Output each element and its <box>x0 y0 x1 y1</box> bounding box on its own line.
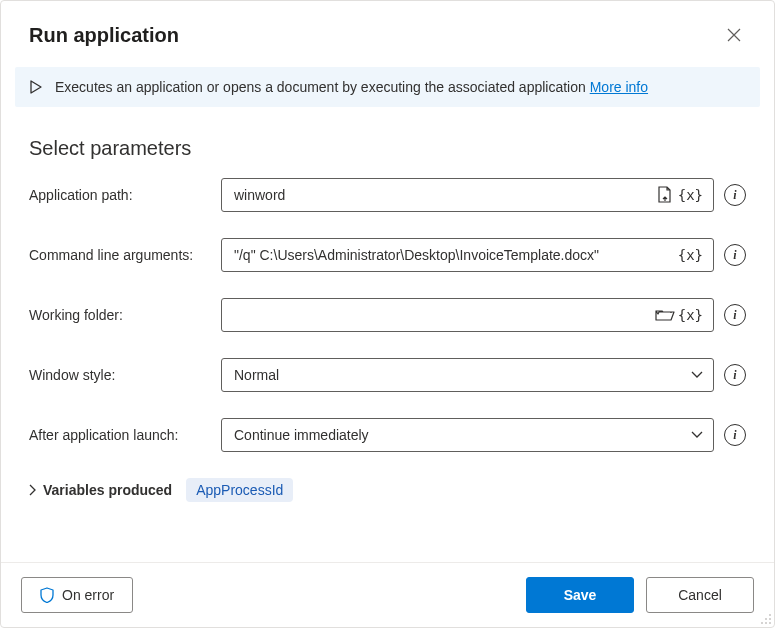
working-folder-input[interactable] <box>232 306 654 324</box>
variables-produced-row: Variables produced AppProcessId <box>29 478 746 502</box>
variable-picker-icon[interactable]: {x} <box>676 247 705 263</box>
variables-produced-expander[interactable]: Variables produced <box>29 482 172 498</box>
save-button[interactable]: Save <box>526 577 634 613</box>
svg-point-2 <box>769 618 771 620</box>
after-launch-value: Continue immediately <box>234 427 369 443</box>
close-icon <box>727 28 741 42</box>
close-button[interactable] <box>718 19 750 51</box>
label-working-folder: Working folder: <box>29 307 221 323</box>
dialog-title: Run application <box>29 24 179 47</box>
label-window-style: Window style: <box>29 367 221 383</box>
info-icon[interactable]: i <box>724 364 746 386</box>
label-after-launch: After application launch: <box>29 427 221 443</box>
svg-point-1 <box>765 618 767 620</box>
svg-point-3 <box>761 622 763 624</box>
svg-point-4 <box>765 622 767 624</box>
variable-picker-icon[interactable]: {x} <box>676 307 705 323</box>
input-group-application-path: {x} <box>221 178 714 212</box>
application-path-input[interactable] <box>232 186 654 204</box>
banner-text: Executes an application or opens a docum… <box>55 79 648 95</box>
cli-arguments-input[interactable] <box>232 246 676 264</box>
info-icon[interactable]: i <box>724 184 746 206</box>
dialog-header: Run application <box>1 1 774 61</box>
variables-produced-label: Variables produced <box>43 482 172 498</box>
variable-chip-appprocessid[interactable]: AppProcessId <box>186 478 293 502</box>
run-application-dialog: Run application Executes an application … <box>0 0 775 628</box>
svg-point-5 <box>769 622 771 624</box>
label-cli-arguments: Command line arguments: <box>29 247 221 263</box>
row-working-folder: Working folder: {x} i <box>29 298 746 332</box>
info-icon[interactable]: i <box>724 424 746 446</box>
chevron-down-icon <box>691 431 703 439</box>
info-icon[interactable]: i <box>724 304 746 326</box>
dialog-content: Select parameters Application path: {x} … <box>1 107 774 562</box>
svg-point-0 <box>769 614 771 616</box>
variable-picker-icon[interactable]: {x} <box>676 187 705 203</box>
run-icon <box>29 80 43 94</box>
window-style-value: Normal <box>234 367 279 383</box>
row-after-launch: After application launch: Continue immed… <box>29 418 746 452</box>
input-group-working-folder: {x} <box>221 298 714 332</box>
file-picker-icon[interactable] <box>654 184 676 206</box>
row-window-style: Window style: Normal i <box>29 358 746 392</box>
input-group-cli-arguments: {x} <box>221 238 714 272</box>
info-icon[interactable]: i <box>724 244 746 266</box>
shield-icon <box>40 587 54 603</box>
dialog-footer: On error Save Cancel <box>1 562 774 627</box>
row-application-path: Application path: {x} i <box>29 178 746 212</box>
chevron-down-icon <box>691 371 703 379</box>
resize-grip-icon[interactable] <box>760 613 772 625</box>
cancel-button[interactable]: Cancel <box>646 577 754 613</box>
label-application-path: Application path: <box>29 187 221 203</box>
after-launch-select[interactable]: Continue immediately <box>221 418 714 452</box>
section-heading: Select parameters <box>29 137 746 160</box>
info-banner: Executes an application or opens a docum… <box>15 67 760 107</box>
folder-picker-icon[interactable] <box>654 304 676 326</box>
on-error-button[interactable]: On error <box>21 577 133 613</box>
row-cli-arguments: Command line arguments: {x} i <box>29 238 746 272</box>
on-error-label: On error <box>62 587 114 603</box>
more-info-link[interactable]: More info <box>590 79 648 95</box>
chevron-right-icon <box>29 484 37 496</box>
window-style-select[interactable]: Normal <box>221 358 714 392</box>
